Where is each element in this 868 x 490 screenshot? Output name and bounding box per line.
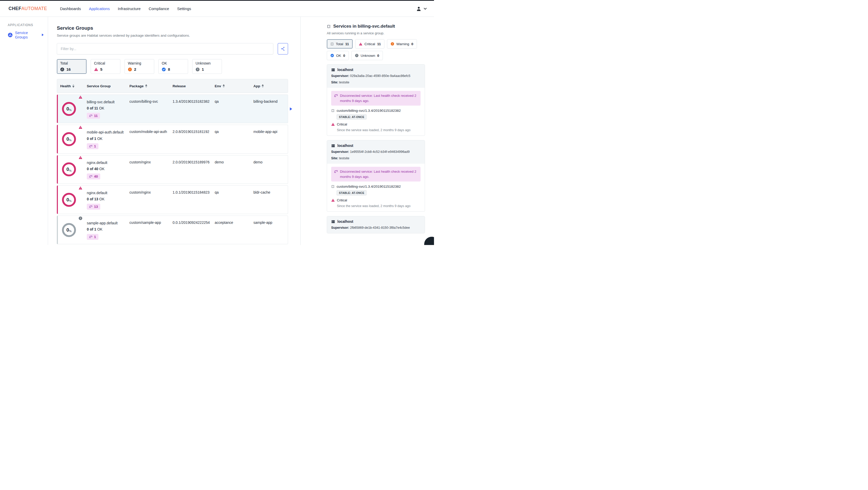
table-header: Health Service Group Package Release Env xyxy=(57,79,288,93)
sort-arrows-icon xyxy=(72,85,74,88)
env-cell: demo xyxy=(215,160,253,179)
service-group-name: nginx.default xyxy=(87,160,126,165)
nav-item-settings[interactable]: Settings xyxy=(177,6,191,11)
supervisor-line: Supervisor: 2fb65869-de1b-4341-8150-3f8a… xyxy=(331,225,421,230)
table-row[interactable]: 0% billing-svc.default 0 of 11 OK 11 xyxy=(57,95,288,123)
service-groups-main: Service Groups Service groups are Habita… xyxy=(48,17,301,245)
package-cell: custom/nginx xyxy=(129,160,173,179)
nav-item-dashboards[interactable]: Dashboards xyxy=(60,6,81,11)
status-card-total[interactable]: Total 16 xyxy=(57,59,87,74)
broken-link-icon xyxy=(334,93,338,103)
app-cell: mobile-app-api xyxy=(253,129,288,149)
critical-triangle-icon xyxy=(79,126,83,129)
service-health-status: Critical xyxy=(337,122,347,126)
column-label: Health xyxy=(60,84,71,88)
status-card-critical[interactable]: Critical 5 xyxy=(91,59,120,74)
supervisor-line: Supervisor: 1e95554f-2cb8-4c52-b34f-e946… xyxy=(331,150,421,154)
disconnected-count-badge: 1 xyxy=(87,234,98,240)
table-row[interactable]: 0% nginx.default 0 of 40 OK 40 cust xyxy=(57,155,288,184)
service-cards-list: localhost Supervisor: 029a3a8a-20ac-4590… xyxy=(327,64,425,233)
logo-automate-text: AUTOMATE xyxy=(22,6,47,11)
status-card-unknown[interactable]: Unknown ? 1 xyxy=(192,59,222,74)
chip-ok[interactable]: OK 0 xyxy=(327,51,349,60)
sidebar-expand-arrow-icon[interactable] xyxy=(42,34,44,36)
sort-arrows-icon xyxy=(145,85,147,88)
filter-input[interactable] xyxy=(57,43,273,55)
column-header-release[interactable]: Release xyxy=(173,84,215,88)
top-navbar: CHEFAUTOMATE Dashboards Applications Inf… xyxy=(0,1,434,17)
user-menu[interactable] xyxy=(416,6,429,12)
nav-item-compliance[interactable]: Compliance xyxy=(149,6,169,11)
share-button[interactable] xyxy=(278,43,288,55)
chip-label: Critical xyxy=(365,42,375,46)
ok-check-icon xyxy=(162,67,166,71)
chevron-down-icon xyxy=(424,8,427,10)
logo-chef-text: CHEF xyxy=(8,6,22,11)
broken-link-icon xyxy=(89,144,92,148)
release-cell: 0.0.1/20190924222254 xyxy=(173,220,215,240)
channel-strategy-tag: STABLE: AT-ONCE xyxy=(337,190,367,195)
chip-count: 11 xyxy=(377,42,381,46)
channel-strategy-tag: STABLE: AT-ONCE xyxy=(337,115,367,120)
service-card-header: localhost Supervisor: 1e95554f-2cb8-4c52… xyxy=(327,140,425,164)
services-dots-icon xyxy=(331,185,335,188)
status-card-warning[interactable]: Warning ! 2 xyxy=(125,59,154,74)
critical-triangle-icon xyxy=(331,123,335,126)
status-card-ok[interactable]: OK 8 xyxy=(158,59,188,74)
table-row[interactable]: 0% ? sample-app.default 0 of 1 OK 1 xyxy=(57,216,288,244)
unknown-question-icon: ? xyxy=(195,67,200,71)
service-groups-icon xyxy=(8,33,13,37)
column-header-health[interactable]: Health xyxy=(57,84,87,88)
panel-subtitle: All services running in a service group. xyxy=(327,31,425,35)
sidebar-item-service-groups[interactable]: Service Groups xyxy=(8,30,44,39)
broken-link-icon xyxy=(89,175,92,178)
disconnected-banner-text: Disconnected service: Last health check … xyxy=(340,93,418,103)
chip-warning[interactable]: ! Warning 0 xyxy=(387,39,417,48)
critical-triangle-icon xyxy=(331,199,335,202)
sidebar-heading: APPLICATIONS xyxy=(8,23,44,27)
page-subtitle: Service groups are Habitat services orde… xyxy=(57,34,288,37)
nav-item-applications[interactable]: Applications xyxy=(89,6,110,11)
host-name: localhost xyxy=(337,220,353,224)
service-group-name: mobile-api-auth.default xyxy=(87,130,126,135)
column-label: Service Group xyxy=(87,84,111,88)
disconnected-count-badge: 40 xyxy=(87,173,100,179)
server-icon xyxy=(331,220,335,224)
health-donut: 0% xyxy=(62,102,76,116)
chip-total[interactable]: Total 11 xyxy=(327,39,352,48)
column-header-package[interactable]: Package xyxy=(129,84,173,88)
status-summary-cards: Total 16 Critical 5 Warning xyxy=(57,59,288,74)
chip-label: Warning xyxy=(396,42,409,46)
warning-circle-icon: ! xyxy=(391,42,394,46)
status-card-label: Warning xyxy=(128,61,151,65)
chip-critical[interactable]: Critical 11 xyxy=(355,39,385,48)
release-cell: 2.0.8/20190115181192 xyxy=(173,129,215,149)
chip-count: 11 xyxy=(345,42,349,46)
sort-arrows-icon xyxy=(223,85,225,88)
column-header-service-group[interactable]: Service Group xyxy=(87,84,129,88)
table-row[interactable]: 0% mobile-api-auth.default 0 of 1 OK 1 xyxy=(57,125,288,153)
column-header-app[interactable]: App xyxy=(253,84,288,88)
share-icon xyxy=(281,46,285,51)
table-row[interactable]: 0% nginx.default 0 of 13 OK 13 cust xyxy=(57,185,288,214)
cluster-icon xyxy=(60,67,64,71)
ok-count: 0 of 40 OK xyxy=(87,167,126,171)
column-header-env[interactable]: Env xyxy=(215,84,253,88)
site-line: Site: testsite xyxy=(331,80,421,85)
services-detail-panel: Services in billing-svc.default All serv… xyxy=(301,17,434,245)
nav-item-infrastructure[interactable]: Infrastructure xyxy=(118,6,141,11)
main-navigation: Dashboards Applications Infrastructure C… xyxy=(60,6,191,11)
panel-status-chips: Total 11 Critical 11 ! Warning 0 xyxy=(327,39,425,60)
open-panel-caret-icon[interactable] xyxy=(290,107,292,110)
health-donut: 0% xyxy=(62,193,76,207)
critical-triangle-icon xyxy=(79,186,83,190)
app-cell: billing-backend xyxy=(253,99,288,119)
critical-triangle-icon xyxy=(79,95,83,99)
chef-automate-logo[interactable]: CHEFAUTOMATE xyxy=(8,6,47,11)
server-icon xyxy=(331,68,335,72)
disconnected-count-badge: 13 xyxy=(87,204,100,209)
app-cell: sample-app xyxy=(253,220,288,240)
chip-unknown[interactable]: ? Unknown 0 xyxy=(351,51,383,60)
app-cell: demo xyxy=(253,160,288,179)
app-cell: bldr-cache xyxy=(253,190,288,209)
